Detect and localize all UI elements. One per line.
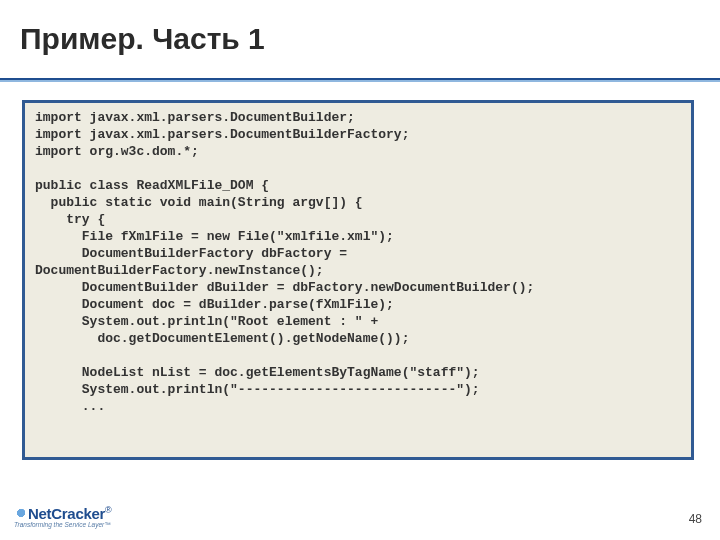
logo-tagline: Transforming the Service Layer™ (14, 521, 112, 528)
logo-swoosh-icon (14, 508, 26, 520)
code-block: import javax.xml.parsers.DocumentBuilder… (22, 100, 694, 460)
brand-logo: NetCracker® Transforming the Service Lay… (14, 505, 112, 528)
divider-bottom (0, 80, 720, 82)
logo-brand-text: NetCracker (28, 505, 105, 522)
code-text: import javax.xml.parsers.DocumentBuilder… (35, 109, 681, 415)
logo-registered-icon: ® (105, 505, 112, 515)
slide-title: Пример. Часть 1 (20, 22, 265, 56)
page-number: 48 (689, 512, 702, 526)
